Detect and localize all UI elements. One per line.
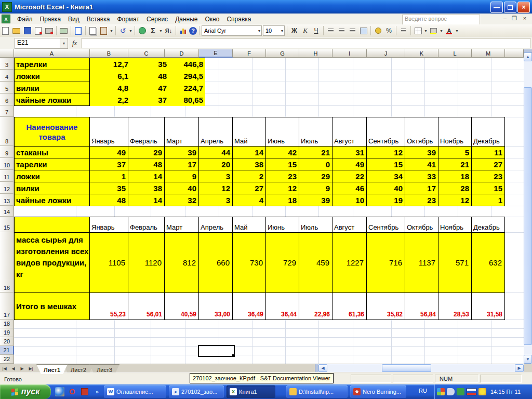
cell[interactable]: 35: [90, 182, 128, 194]
cell[interactable]: 446,8: [169, 58, 205, 70]
cell[interactable]: Итого в мешках: [15, 293, 90, 320]
underline-icon[interactable]: Ч: [311, 26, 321, 35]
cell[interactable]: 46: [332, 182, 367, 194]
cell[interactable]: тарелки: [15, 58, 90, 70]
cell[interactable]: 15: [266, 158, 299, 170]
cell[interactable]: 294,5: [169, 70, 205, 82]
cell[interactable]: Июнь: [266, 117, 299, 147]
cell[interactable]: Февраль: [128, 217, 165, 233]
cell[interactable]: 5: [438, 147, 472, 158]
taskbar-button-nero[interactable]: Nero Burning...: [350, 385, 406, 398]
minimize-button[interactable]: —: [490, 2, 503, 13]
select-all-corner[interactable]: [0, 49, 14, 58]
row-header-7[interactable]: 7: [0, 105, 14, 117]
undo-icon[interactable]: ↺: [118, 26, 128, 35]
cell[interactable]: 33: [405, 170, 438, 182]
menu-file[interactable]: Файл: [14, 15, 36, 24]
cell[interactable]: 15: [367, 158, 405, 170]
row-header-12[interactable]: 12: [0, 182, 14, 194]
row-header-10[interactable]: 10: [0, 158, 14, 170]
tray-volume-icon[interactable]: [447, 388, 455, 395]
print-icon[interactable]: [59, 26, 69, 35]
scroll-left-icon[interactable]: ◀: [318, 364, 327, 372]
col-header-G[interactable]: G: [266, 49, 299, 58]
taskbar-button-pdf[interactable]: ⌕ 270102_зао...: [169, 385, 224, 398]
cell[interactable]: 55,23: [90, 293, 128, 320]
prev-sheet-icon[interactable]: ◀: [9, 364, 18, 373]
cell[interactable]: Апрель: [199, 117, 233, 147]
cell[interactable]: 56,01: [128, 293, 165, 320]
col-header-K[interactable]: K: [405, 49, 438, 58]
align-left-icon[interactable]: [326, 26, 336, 35]
cell[interactable]: Август: [332, 117, 367, 147]
cell[interactable]: 12: [438, 194, 472, 206]
row-header-20[interactable]: 20: [0, 337, 14, 346]
cell[interactable]: вилки: [15, 182, 90, 194]
merge-center-icon[interactable]: [358, 26, 368, 35]
cell[interactable]: 730: [233, 233, 266, 293]
row-header-5[interactable]: 5: [0, 82, 14, 94]
sort-asc-icon[interactable]: Я↓: [164, 26, 174, 35]
row-header-16[interactable]: 16: [0, 232, 14, 292]
cell[interactable]: Октябрь: [405, 217, 438, 233]
col-header-L[interactable]: L: [438, 49, 472, 58]
cell[interactable]: 19: [367, 194, 405, 206]
cell[interactable]: 1227: [332, 233, 367, 293]
cell[interactable]: 3: [199, 170, 233, 182]
cell[interactable]: 49: [90, 147, 128, 158]
cell[interactable]: 1120: [128, 233, 165, 293]
cell[interactable]: Март: [165, 117, 199, 147]
taskbar-button-excel[interactable]: X Книга1: [227, 385, 275, 398]
cell[interactable]: 27: [233, 182, 266, 194]
cell[interactable]: 27: [472, 158, 505, 170]
menu-view[interactable]: Вид: [64, 15, 83, 24]
cell[interactable]: Июль: [299, 217, 332, 233]
quicklaunch-disk-icon[interactable]: [80, 387, 89, 396]
chart-wizard-icon[interactable]: [178, 26, 188, 35]
row-header-11[interactable]: 11: [0, 170, 14, 182]
cell[interactable]: 729: [266, 233, 299, 293]
align-right-icon[interactable]: [348, 26, 357, 35]
cell[interactable]: Июнь: [266, 217, 299, 233]
borders-icon[interactable]: [413, 26, 423, 35]
horizontal-scrollbar[interactable]: ◀ ▶: [318, 364, 524, 372]
menu-help[interactable]: Справка: [223, 15, 255, 24]
autosum-dropdown-icon[interactable]: ▾: [158, 26, 163, 35]
cell[interactable]: Январь: [90, 217, 128, 233]
cell[interactable]: 34: [367, 170, 405, 182]
cell[interactable]: Сентябрь: [367, 117, 405, 147]
menu-restore-icon[interactable]: ❐: [510, 15, 518, 22]
menu-tools[interactable]: Сервис: [143, 15, 171, 24]
cell[interactable]: 28: [438, 182, 472, 194]
cell[interactable]: Август: [332, 217, 367, 233]
cell[interactable]: 28,53: [438, 293, 472, 320]
cell[interactable]: 812: [165, 233, 199, 293]
cell[interactable]: 459: [299, 233, 332, 293]
mail-icon[interactable]: [44, 26, 54, 35]
align-center-icon[interactable]: [337, 26, 347, 35]
row-header-17[interactable]: 17: [0, 292, 14, 320]
cell[interactable]: 632: [472, 233, 505, 293]
tray-update-icon[interactable]: [457, 388, 464, 395]
cell[interactable]: Апрель: [199, 217, 233, 233]
cell[interactable]: 9: [299, 182, 332, 194]
taskbar-clock[interactable]: 14:15 Пт 11: [490, 389, 521, 395]
tab-sheet1[interactable]: Лист1: [36, 364, 68, 374]
col-header-A[interactable]: A: [14, 49, 90, 58]
cell[interactable]: 1105: [90, 233, 128, 293]
first-sheet-icon[interactable]: |◀: [0, 364, 9, 373]
menu-edit[interactable]: Правка: [36, 15, 65, 24]
start-button[interactable]: пуск: [0, 384, 51, 399]
cell[interactable]: 2,2: [90, 94, 130, 106]
vertical-scrollbar[interactable]: ▲ ▼: [524, 49, 532, 364]
cell[interactable]: 14: [128, 170, 165, 182]
cell[interactable]: 0: [299, 158, 332, 170]
row-header-6[interactable]: 6: [0, 94, 14, 105]
cell[interactable]: 36,49: [233, 293, 266, 320]
quicklaunch-icon-1[interactable]: [55, 387, 64, 396]
cell[interactable]: ложки: [15, 170, 90, 182]
col-header-B[interactable]: B: [90, 49, 128, 58]
name-box[interactable]: E21: [15, 38, 60, 49]
cell[interactable]: 48: [130, 70, 169, 82]
cell[interactable]: 36,44: [266, 293, 299, 320]
